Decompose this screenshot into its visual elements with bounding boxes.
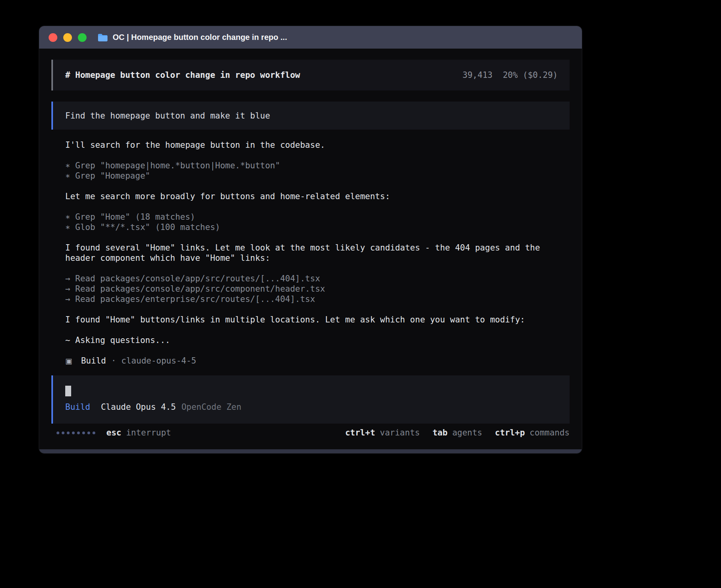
shortcut-key: ctrl+p [495, 428, 525, 438]
agent-separator: · [111, 356, 116, 366]
model-label: Claude Opus 4.5 [101, 402, 176, 412]
terminal-window: OC | Homepage button color change in rep… [39, 26, 582, 453]
esc-label: interrupt [126, 428, 171, 438]
status-left: esc interrupt [57, 428, 171, 438]
prompt-input[interactable]: Build Claude Opus 4.5 OpenCode Zen [51, 375, 570, 424]
session-title: # Homepage button color change in repo w… [65, 70, 300, 80]
user-message: Find the homepage button and make it blu… [51, 102, 570, 130]
status-bar: esc interrupt ctrl+t variants tab agents… [51, 428, 570, 438]
session-stats: 39,413 20% ($0.29) [462, 70, 558, 80]
window-title: OC | Homepage button color change in rep… [113, 33, 287, 42]
tool-call-read: → Read packages/console/app/src/routes/[… [65, 273, 568, 284]
title-group: OC | Homepage button color change in rep… [98, 33, 287, 42]
text-cursor [65, 386, 71, 396]
esc-key: esc [106, 428, 121, 438]
shortcut-agents: tab agents [432, 428, 482, 438]
close-button[interactable] [49, 33, 57, 42]
shortcut-variants: ctrl+t variants [345, 428, 420, 438]
user-message-text: Find the homepage button and make it blu… [65, 111, 270, 121]
composer-meta: Build Claude Opus 4.5 OpenCode Zen [65, 402, 558, 412]
shortcut-key: ctrl+t [345, 428, 375, 438]
agent-model: claude-opus-4-5 [121, 356, 196, 366]
shortcut-label: commands [530, 428, 570, 438]
tool-call-grep: ∗ Grep "Homepage" [65, 171, 568, 181]
shortcut-label: variants [380, 428, 420, 438]
assistant-text: I'll search for the homepage button in t… [65, 140, 568, 150]
assistant-text: I found "Home" buttons/links in multiple… [65, 315, 568, 325]
tool-call-read: → Read packages/console/app/src/componen… [65, 284, 568, 294]
tool-call-grep: ∗ Grep "Home" (18 matches) [65, 212, 568, 222]
token-count: 39,413 [462, 70, 493, 80]
agent-name: Build [81, 356, 106, 366]
minimize-button[interactable] [63, 33, 72, 42]
assistant-text: Let me search more broadly for buttons a… [65, 191, 568, 202]
window-titlebar[interactable]: OC | Homepage button color change in rep… [39, 26, 582, 49]
tool-call-read: → Read packages/enterprise/src/routes/[.… [65, 294, 568, 304]
spinner-dots [57, 432, 95, 434]
window-bottom-bezel [39, 449, 582, 453]
folder-icon [98, 33, 108, 41]
agent-status-row: ▣ Build · claude-opus-4-5 [65, 356, 568, 366]
transcript: I'll search for the homepage button in t… [51, 140, 570, 366]
traffic-lights [49, 33, 87, 42]
assistant-text: I found several "Home" links. Let me loo… [65, 243, 568, 263]
shortcut-key: tab [432, 428, 447, 438]
assistant-status-text: ~ Asking questions... [65, 335, 568, 345]
session-header: # Homepage button color change in repo w… [51, 60, 570, 90]
context-usage: 20% ($0.29) [503, 70, 558, 80]
tool-call-glob: ∗ Glob "**/*.tsx" (100 matches) [65, 222, 568, 232]
shortcut-label: agents [452, 428, 482, 438]
terminal-content: # Homepage button color change in repo w… [39, 49, 582, 438]
mode-label: Build [65, 402, 90, 412]
zoom-button[interactable] [78, 33, 87, 42]
status-shortcuts: ctrl+t variants tab agents ctrl+p comman… [345, 428, 570, 438]
provider-label: OpenCode Zen [181, 402, 242, 412]
tool-call-grep: ∗ Grep "homepage|home.*button|Home.*butt… [65, 160, 568, 171]
shortcut-commands: ctrl+p commands [495, 428, 570, 438]
agent-icon: ▣ [65, 356, 72, 366]
